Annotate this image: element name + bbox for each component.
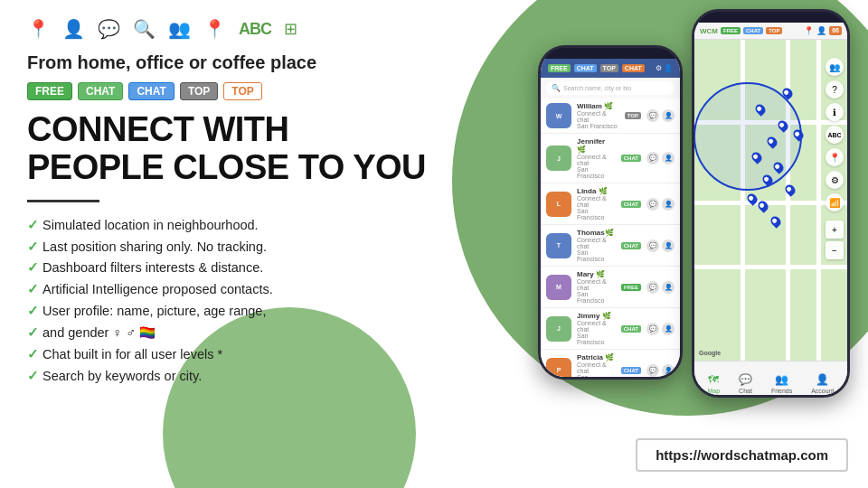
chat-screen: FREE CHAT TOP CHAT ⚙ 👤 🔍 Search name, ci… <box>541 59 680 380</box>
sidebar-btn-wifi[interactable]: 📶 <box>826 193 844 211</box>
action-btn-2[interactable]: 👤 <box>662 323 675 335</box>
user-name: Jimmy 🌿 <box>577 312 616 320</box>
user-info: Mary 🌿 Connect & chatSan Francisco <box>577 270 616 304</box>
user-badge: CHAT <box>621 367 641 374</box>
zoom-in-btn[interactable]: + <box>826 221 844 239</box>
tab-friends-label: Friends <box>771 388 792 394</box>
avatar: J <box>546 145 571 171</box>
tab-map-label: Map <box>707 388 720 394</box>
tab-account[interactable]: 👤 Account <box>811 373 834 394</box>
avatar: W <box>546 103 571 128</box>
user-name: Mary 🌿 <box>577 270 616 278</box>
user-sub: Connect & chatSan Francisco <box>577 237 616 262</box>
action-btn-1[interactable]: 💬 <box>646 198 659 211</box>
feature-8: Search by keywords or city. <box>27 366 452 388</box>
feature-2: Last position sharing only. No tracking. <box>27 237 452 258</box>
user-info: Patricia 🌿 Connect & chatSan Francisco <box>577 353 616 380</box>
user-name: Linda 🌿 <box>577 187 616 195</box>
action-btn-1[interactable]: 💬 <box>646 281 659 294</box>
list-item[interactable]: L Linda 🌿 Connect & chatSan Francisco CH… <box>541 183 680 225</box>
badge-chat2: CHAT <box>128 82 174 100</box>
map-pin-9 <box>769 214 783 229</box>
tab-map[interactable]: 🗺 Map <box>707 373 720 394</box>
feature-4: Artificial Intelligence proposed contact… <box>27 279 452 301</box>
list-item[interactable]: M Mary 🌿 Connect & chatSan Francisco FRE… <box>541 267 680 308</box>
list-item[interactable]: T Thomas🌿 Connect & chatSan Francisco CH… <box>541 225 680 267</box>
grid-icon: ⊞ <box>284 19 297 39</box>
action-btn-1[interactable]: 💬 <box>646 364 659 377</box>
url-box[interactable]: https://wordschatmap.com <box>636 438 848 472</box>
map-bottombar: 🗺 Map 💬 Chat 👥 Friends 👤 Account <box>694 361 847 398</box>
avatar: M <box>546 275 571 300</box>
sidebar-btn-people[interactable]: 👥 <box>826 58 844 76</box>
map-badge-free: FREE <box>721 27 741 34</box>
action-btn-1[interactable]: 💬 <box>646 323 659 335</box>
user-badge: CHAT <box>621 325 641 333</box>
action-btn-2[interactable]: 👤 <box>662 198 675 211</box>
map-zoom: + − <box>826 221 844 259</box>
user-badge: CHAT <box>621 201 641 208</box>
action-btn-1[interactable]: 💬 <box>646 152 659 164</box>
list-item[interactable]: W William 🌿 Connect & chatSan Francisco … <box>541 99 680 134</box>
user-actions: 💬 👤 <box>646 323 675 335</box>
user-info: William 🌿 Connect & chatSan Francisco <box>577 102 619 129</box>
phone-notch-left <box>588 48 633 59</box>
search-icon-small: 🔍 <box>552 84 561 92</box>
icons-row: 📍 👤 💬 🔍 👥 📍 ABC ⊞ <box>27 18 452 40</box>
tab-chat[interactable]: 💬 Chat <box>739 373 752 394</box>
zoom-out-btn[interactable]: − <box>826 241 844 259</box>
avatar: J <box>546 316 571 342</box>
user-actions: 💬 👤 <box>646 198 675 211</box>
action-btn-2[interactable]: 👤 <box>662 364 675 377</box>
phone-right: WCM FREE CHAT TOP 📍 👤 66 <box>692 9 850 398</box>
topbar-badge-free: FREE <box>548 64 571 72</box>
feature-5: User profile: name, picture, age range, <box>27 301 452 323</box>
user-actions: 💬 👤 <box>646 364 675 377</box>
topbar-badge-chat: CHAT <box>574 64 597 72</box>
location-icon: 📍 <box>27 18 50 40</box>
map-area[interactable]: 👥 ? ℹ ABC 📍 ⚙ 📶 + − Google <box>694 40 847 361</box>
user-info: Jimmy 🌿 Connect & chatSan Francisco <box>577 312 616 345</box>
badge-top1: TOP <box>180 82 218 100</box>
map-phone-screen: WCM FREE CHAT TOP 📍 👤 66 <box>694 23 847 398</box>
sidebar-btn-question[interactable]: ? <box>826 80 844 99</box>
user-name: Jennifer 🌿 <box>577 137 616 154</box>
sidebar-btn-location[interactable]: 📍 <box>826 148 844 166</box>
sidebar-btn-abc[interactable]: ABC <box>826 126 844 144</box>
topbar-badge-chat2: CHAT <box>622 64 645 72</box>
search-placeholder: Search name, city or bio <box>563 85 631 91</box>
topbar-icons: ⚙ 👤 <box>656 64 673 72</box>
user-list: W William 🌿 Connect & chatSan Francisco … <box>541 99 680 380</box>
list-item[interactable]: J Jimmy 🌿 Connect & chatSan Francisco CH… <box>541 308 680 350</box>
search-bar[interactable]: 🔍 Search name, city or bio <box>546 81 675 95</box>
user-name: William 🌿 <box>577 102 619 110</box>
features-list: Simulated location in neighbourhood. Las… <box>27 215 452 388</box>
list-item[interactable]: P Patricia 🌿 Connect & chatSan Francisco… <box>541 350 680 380</box>
user-badge: FREE <box>621 284 641 291</box>
action-btn-2[interactable]: 👤 <box>662 239 675 252</box>
user-badge: CHAT <box>621 242 641 249</box>
action-btn-2[interactable]: 👤 <box>662 109 675 122</box>
feature-7: Chat built in for all user levels * <box>27 344 452 366</box>
action-btn-1[interactable]: 💬 <box>646 239 659 252</box>
feature-1: Simulated location in neighbourhood. <box>27 215 452 237</box>
map-sidebar: 👥 ? ℹ ABC 📍 ⚙ 📶 + − <box>826 58 844 259</box>
badges-row: FREE CHAT CHAT TOP TOP <box>27 82 452 100</box>
sidebar-btn-info[interactable]: ℹ <box>826 103 844 121</box>
main-title-line2: PEOPLE CLOSE TO YOU <box>27 149 452 187</box>
badge-top2: TOP <box>223 82 261 100</box>
tab-friends[interactable]: 👥 Friends <box>771 373 792 394</box>
action-btn-2[interactable]: 👤 <box>662 281 675 294</box>
user-info: Linda 🌿 Connect & chatSan Francisco <box>577 187 616 221</box>
google-logo: Google <box>699 350 721 356</box>
user-sub: Connect & chatSan Francisco <box>577 278 616 304</box>
location-small-icon: 📍 <box>804 26 814 35</box>
action-btn-1[interactable]: 💬 <box>646 109 659 122</box>
friends-tab-icon: 👥 <box>775 373 788 386</box>
url-text: https://wordschatmap.com <box>656 447 828 463</box>
list-item[interactable]: J Jennifer 🌿 Connect & chatSan Francisco… <box>541 134 680 183</box>
sidebar-btn-settings[interactable]: ⚙ <box>826 171 844 189</box>
action-btn-2[interactable]: 👤 <box>662 152 675 164</box>
user-sub: Connect & chatSan Francisco <box>577 320 616 345</box>
subtitle: From home, office or coffee place <box>27 52 452 73</box>
